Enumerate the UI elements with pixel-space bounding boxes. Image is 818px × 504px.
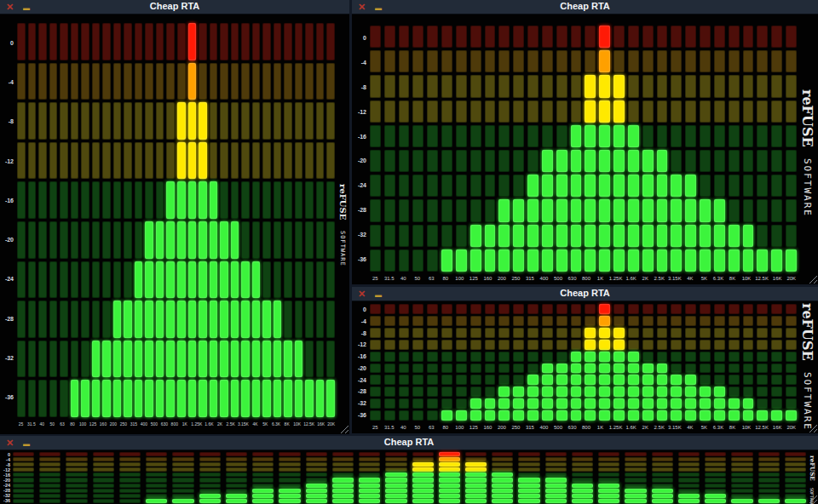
led [743,304,754,314]
led [729,199,740,221]
brand-name: reFUSE [799,89,815,147]
led [743,328,754,338]
led [599,398,610,409]
led [700,199,711,221]
analyzer-column-2.5K [657,304,668,421]
led [332,462,354,467]
window-titlebar[interactable]: ✕ ▬ Cheap RTA [352,0,818,14]
frequency-label: 25 [17,421,25,427]
led [705,472,726,477]
led [305,181,314,219]
led [81,341,89,378]
db-scale: 0-4-8-12-16-20-24-28-32-36 [352,304,370,421]
frequency-label: 12.5K [303,421,314,427]
led [685,225,696,247]
led [470,352,481,362]
led [316,301,325,338]
led [49,380,58,417]
led [220,23,228,60]
led [17,181,26,219]
led [465,494,487,498]
led [274,102,282,140]
led [685,175,696,197]
window-titlebar[interactable]: ✕ ▬ Cheap RTA [352,287,818,301]
frequency-label: 1K [181,421,188,427]
led [757,150,768,172]
led [119,489,141,493]
led [705,457,726,461]
rta-window-large: ✕ ▬ Cheap RTA 0-4-8-12-16-20-24-28-32-36… [0,0,349,434]
led [556,387,567,397]
led [542,398,553,409]
led [279,457,300,461]
db-scale-label: 0 [0,23,17,62]
led [527,304,539,314]
led [729,175,740,197]
led [439,457,460,461]
led [642,352,654,362]
led [38,261,47,299]
analyzer-column-100 [456,26,467,272]
db-scale: 0-4-8-12-16-20-24-28-32-36 [0,452,13,503]
led [652,452,673,456]
led [599,328,610,338]
led [470,375,481,385]
led [39,484,60,488]
led [642,364,654,374]
window-title: Cheap RTA [352,288,818,298]
led [252,23,261,60]
led [700,375,711,385]
led [156,23,164,60]
led [135,261,143,299]
led [427,125,438,147]
led [757,352,768,362]
frequency-label: 50 [49,421,56,427]
led [241,102,250,140]
led [614,328,625,338]
window-titlebar[interactable]: ✕ ▬ Cheap RTA [0,436,818,450]
led [274,63,282,100]
led [786,175,797,197]
led [226,462,247,467]
led [231,221,239,259]
led [485,50,496,72]
led [585,328,596,338]
led [427,225,438,247]
led [188,221,197,259]
led [66,452,87,456]
led [771,398,782,409]
led [92,63,101,100]
led [657,364,668,374]
window-titlebar[interactable]: ✕ ▬ Cheap RTA [0,0,349,14]
led [498,125,510,147]
led [399,316,410,326]
led [231,23,239,60]
led [441,328,452,338]
led [102,181,111,219]
led [177,142,186,180]
led [370,225,381,247]
led [359,472,380,477]
led [284,341,292,378]
led [571,398,582,409]
led [441,387,452,397]
led [585,26,596,48]
led [93,484,114,488]
led [316,261,325,299]
led [146,489,167,493]
analyzer-column-200 [113,23,122,417]
led [598,484,619,488]
led [13,489,34,493]
led [166,23,175,60]
frequency-label: 6.3K [713,425,724,430]
led [284,102,292,140]
led [571,304,582,314]
led [166,63,175,100]
led [527,150,539,172]
led [81,221,89,259]
led [705,462,726,467]
led [199,102,207,140]
led [556,100,567,123]
led [614,199,625,221]
led [66,462,87,467]
